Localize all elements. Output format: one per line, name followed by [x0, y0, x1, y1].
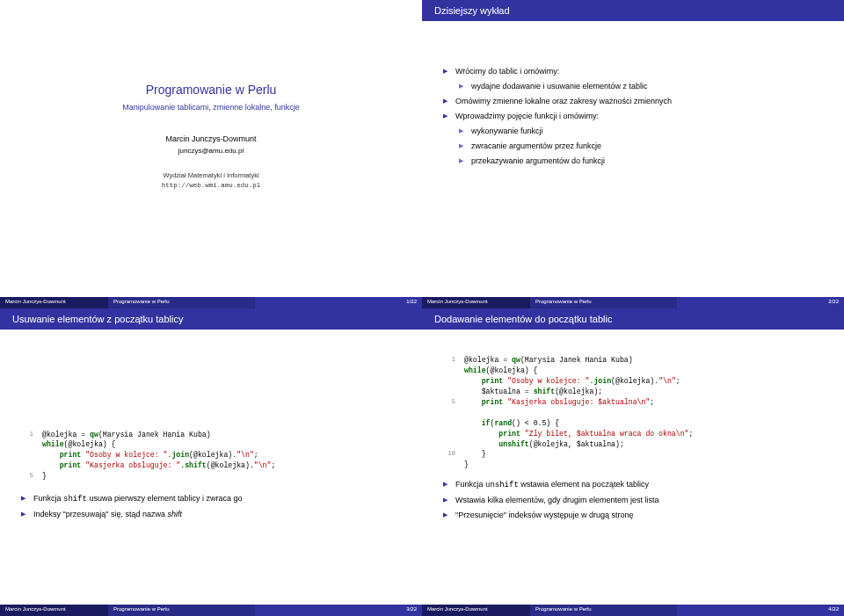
slide-outline: Dzisiejszy wykład Wrócimy do tablic i om…: [422, 0, 844, 308]
slide-body: 1@kolejka = qw(Marysia Janek Hania Kuba)…: [0, 330, 422, 605]
bullet-item: Funkcja shift usuwa pierwszy element tab…: [21, 493, 401, 506]
footer: Marcin Junczys-Dowmunt Programowanie w P…: [422, 605, 844, 616]
subtitle: Manipulowanie tablicami, zmienne lokalne…: [122, 102, 300, 114]
affiliation-url: http://web.wmi.amu.edu.pl: [162, 181, 261, 192]
footer: Marcin Junczys-Dowmunt Programowanie w P…: [422, 297, 844, 308]
affiliation-line-1: Wydział Matematyki i Informatyki: [163, 170, 258, 181]
bullet-item: Indeksy "przesuwają" się, stąd nazwa shi…: [21, 509, 401, 521]
slide-title-bar: Dzisiejszy wykład: [422, 0, 844, 21]
footer-title: Programowanie w Perlu: [108, 605, 255, 616]
footer-author: Marcin Junczys-Dowmunt: [422, 605, 530, 616]
author: Marcin Junczys-Dowmunt: [165, 134, 256, 146]
sub-bullet-item: zwracanie argumentów przez funkcje: [459, 141, 823, 153]
slide-title: Programowanie w Perlu Manipulowanie tabl…: [0, 0, 422, 308]
slide-title-bar: Dodawanie elementów do początku tablic: [422, 308, 844, 330]
footer-page: 1/22: [255, 297, 422, 308]
email: junczys@amu.edu.pl: [178, 146, 244, 156]
bullet-item: Funkcja unshift wstawia element na począ…: [443, 479, 823, 492]
bullet-list: Wrócimy do tablic i omówimy: wydajne dod…: [443, 66, 823, 168]
main-title: Programowanie w Perlu: [146, 81, 277, 100]
bullet-item: "Przesunięcie" indeksów występuje w drug…: [443, 510, 823, 522]
footer-author: Marcin Junczys-Dowmunt: [0, 297, 108, 308]
slide-shift: Usuwanie elementów z początku tablicy 1@…: [0, 308, 422, 617]
slide-body: 1@kolejka = qw(Marysia Janek Hania Kuba)…: [422, 330, 844, 605]
slide-body: Wrócimy do tablic i omówimy: wydajne dod…: [422, 21, 844, 297]
footer-page: 3/22: [255, 605, 422, 616]
code-block: 1@kolejka = qw(Marysia Janek Hania Kuba)…: [443, 345, 823, 471]
footer-title: Programowanie w Perlu: [530, 605, 677, 616]
bullet-list: Funkcja shift usuwa pierwszy element tab…: [21, 490, 401, 524]
footer-author: Marcin Junczys-Dowmunt: [422, 297, 530, 308]
slide-unshift: Dodawanie elementów do początku tablic 1…: [422, 308, 844, 617]
bullet-item: Wprowadzimy pojęcie funkcji i omówimy: w…: [443, 111, 823, 168]
footer: Marcin Junczys-Dowmunt Programowanie w P…: [0, 605, 422, 616]
footer: Marcin Junczys-Dowmunt Programowanie w P…: [0, 297, 422, 308]
title-body: Programowanie w Perlu Manipulowanie tabl…: [0, 0, 422, 297]
footer-page: 2/22: [677, 297, 844, 308]
sub-bullet-item: wydajne dodawanie i usuwanie elementów z…: [459, 81, 823, 93]
footer-page: 4/22: [677, 605, 844, 616]
slide-title-bar: Usuwanie elementów z początku tablicy: [0, 308, 422, 330]
footer-title: Programowanie w Perlu: [108, 297, 255, 308]
code-block: 1@kolejka = qw(Marysia Janek Hania Kuba)…: [21, 419, 401, 482]
footer-title: Programowanie w Perlu: [530, 297, 677, 308]
sub-bullet-item: wykonywanie funkcji: [459, 126, 823, 138]
footer-author: Marcin Junczys-Dowmunt: [0, 605, 108, 616]
bullet-item: Wstawia kilka elementów, gdy drugim elem…: [443, 495, 823, 507]
bullet-list: Funkcja unshift wstawia element na począ…: [443, 479, 823, 522]
sub-bullet-item: przekazywanie argumentów do funkcji: [459, 156, 823, 168]
bullet-item: Wrócimy do tablic i omówimy: wydajne dod…: [443, 66, 823, 93]
bullet-item: Omówimy zmienne lokalne oraz zakresy waż…: [443, 96, 823, 108]
